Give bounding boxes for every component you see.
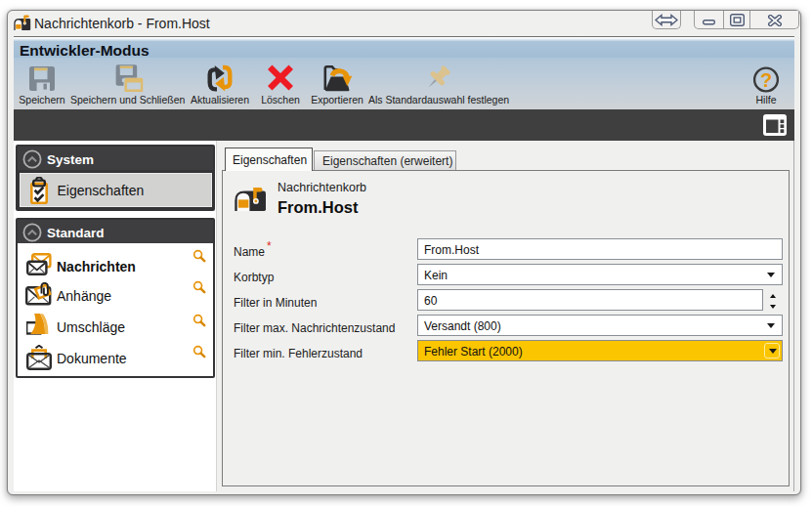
svg-text:?: ? xyxy=(760,69,772,91)
